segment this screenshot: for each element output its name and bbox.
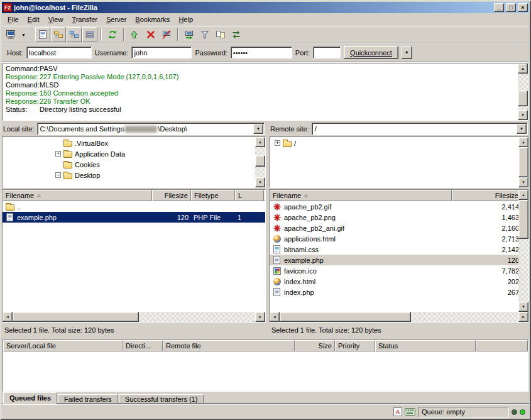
toggle-message-log-button[interactable] xyxy=(35,27,50,42)
scroll-track[interactable] xyxy=(13,312,255,322)
maximize-button[interactable]: □ xyxy=(506,3,516,12)
directory-comparison-button[interactable] xyxy=(213,27,228,42)
log-scrollbar[interactable]: ▲▼ xyxy=(518,64,528,120)
scroll-right-button[interactable]: ► xyxy=(255,312,265,322)
scroll-down-button[interactable]: ▼ xyxy=(518,302,528,312)
column-header-directi[interactable]: Directi... xyxy=(123,340,163,351)
scroll-up-button[interactable]: ▲ xyxy=(255,137,265,147)
tree-item-virtualbox[interactable]: +.VirtualBox xyxy=(3,138,255,148)
password-input[interactable] xyxy=(231,47,292,58)
scroll-thumb[interactable] xyxy=(518,91,528,107)
reconnect-button[interactable] xyxy=(182,27,197,42)
file-name: apache_pb2.gif xyxy=(284,203,331,211)
tab-successful-transfers-1[interactable]: Successful transfers (1) xyxy=(119,394,204,404)
tree-item-item[interactable]: +/ xyxy=(270,138,518,148)
tree-item-application-data[interactable]: +Application Data xyxy=(3,148,255,159)
scroll-left-button[interactable]: ◄ xyxy=(270,312,280,322)
column-header-remote-file[interactable]: Remote file xyxy=(163,340,295,351)
file-row-index-html[interactable]: index.html202 xyxy=(270,276,528,287)
column-header-priority[interactable]: Priority xyxy=(335,340,375,351)
scroll-track[interactable] xyxy=(255,147,265,177)
local-tree-scrollbar[interactable]: ▲▼ xyxy=(255,137,265,187)
scroll-thumb[interactable] xyxy=(255,155,265,166)
expand-icon[interactable]: + xyxy=(55,151,61,157)
local-list-hscrollbar[interactable]: ◄► xyxy=(3,312,265,322)
toggle-local-tree-button[interactable] xyxy=(51,27,66,42)
column-header-filename[interactable]: Filename xyxy=(270,190,452,201)
collapse-icon[interactable]: − xyxy=(55,172,61,178)
scroll-up-button[interactable]: ▲ xyxy=(518,190,528,200)
host-input[interactable] xyxy=(26,47,92,58)
file-row-apache-pb2-png[interactable]: apache_pb2.png1,463 xyxy=(270,212,528,223)
column-header-status[interactable]: Status xyxy=(375,340,476,351)
remote-site-dropdown-icon[interactable]: ▼ xyxy=(517,124,527,134)
menu-transfer[interactable]: Transfer xyxy=(67,14,102,25)
scroll-track[interactable] xyxy=(518,74,528,110)
scroll-down-button[interactable]: ▼ xyxy=(518,110,528,120)
file-row-applications-html[interactable]: applications.html2,713 xyxy=(270,233,528,244)
scroll-up-button[interactable]: ▲ xyxy=(518,64,528,74)
toggle-remote-tree-button[interactable] xyxy=(67,27,82,42)
menu-help[interactable]: Help xyxy=(174,14,197,25)
menu-server[interactable]: Server xyxy=(102,14,131,25)
file-row-apache-pb2-ani-gif[interactable]: apache_pb2_ani.gif2,160 xyxy=(270,223,528,233)
column-header-size[interactable]: Size xyxy=(295,340,335,351)
scroll-left-button[interactable]: ◄ xyxy=(3,312,13,322)
menu-view[interactable]: View xyxy=(44,14,68,25)
site-manager-button[interactable] xyxy=(4,27,19,42)
scroll-down-button[interactable]: ▼ xyxy=(518,177,528,187)
column-header-server-local-file[interactable]: Server/Local file xyxy=(3,340,123,351)
column-header-filesize[interactable]: Filesize xyxy=(452,190,522,201)
remote-tree-scrollbar[interactable]: ▲▼ xyxy=(518,137,528,187)
site-manager-dropdown-button[interactable]: ▼ xyxy=(19,27,28,42)
cancel-operation-button[interactable] xyxy=(143,27,158,42)
tree-item-cookies[interactable]: +Cookies xyxy=(3,159,255,170)
scroll-track[interactable] xyxy=(280,312,518,322)
local-site-combobox[interactable]: C:\Documents and Settings\Desktop\ ▼ xyxy=(37,123,265,135)
file-row-favicon-ico[interactable]: favicon.ico7,782 xyxy=(270,265,528,276)
scroll-thumb[interactable] xyxy=(13,312,139,322)
column-header-filename[interactable]: Filename xyxy=(3,190,152,201)
scroll-track[interactable] xyxy=(518,200,528,302)
expand-icon[interactable]: + xyxy=(275,140,280,146)
file-row-bitnami-css[interactable]: bitnami.css2,142 xyxy=(270,244,528,255)
toggle-transfer-queue-button[interactable] xyxy=(82,27,97,42)
minimize-button[interactable]: _ xyxy=(494,3,504,12)
menu-file[interactable]: File xyxy=(3,14,23,25)
column-header-filetype[interactable]: Filetype xyxy=(191,190,235,201)
remote-list-scrollbar[interactable]: ▲▼ xyxy=(518,190,528,312)
quickconnect-dropdown-button[interactable]: ▼ xyxy=(402,46,412,59)
remote-list-hscrollbar[interactable]: ◄► xyxy=(270,312,528,322)
scroll-down-button[interactable]: ▼ xyxy=(255,177,265,187)
scroll-thumb[interactable] xyxy=(518,147,528,177)
process-queue-button[interactable] xyxy=(128,27,143,42)
menu-edit[interactable]: Edit xyxy=(23,14,44,25)
remote-site-combobox[interactable]: / ▼ xyxy=(312,123,528,135)
column-header-l[interactable]: L xyxy=(235,190,264,201)
file-row-example-php[interactable]: example.php120 xyxy=(270,255,528,265)
column-header-filesize[interactable]: Filesize xyxy=(152,190,191,201)
scroll-up-button[interactable]: ▲ xyxy=(518,137,528,147)
menu-bookmarks[interactable]: Bookmarks xyxy=(131,14,174,25)
title-bar[interactable]: Fz john@localhost - FileZilla _ □ × xyxy=(2,2,529,13)
file-row-apache-pb2-gif[interactable]: apache_pb2.gif2,414 xyxy=(270,201,528,212)
scroll-track[interactable] xyxy=(518,147,528,177)
tree-item-desktop[interactable]: −Desktop xyxy=(3,170,255,180)
file-row-example-php[interactable]: example.php120PHP File1 xyxy=(3,212,265,223)
scroll-right-button[interactable]: ► xyxy=(518,312,528,322)
synchronized-browsing-button[interactable] xyxy=(229,27,244,42)
local-site-dropdown-icon[interactable]: ▼ xyxy=(253,124,263,134)
filename-filters-button[interactable] xyxy=(197,27,212,42)
scroll-thumb[interactable] xyxy=(518,200,528,239)
file-row-index-php[interactable]: index.php267 xyxy=(270,287,528,297)
tab-failed-transfers[interactable]: Failed transfers xyxy=(58,394,118,404)
username-input[interactable] xyxy=(131,47,192,58)
scroll-thumb[interactable] xyxy=(280,312,411,322)
disconnect-button[interactable] xyxy=(159,27,174,42)
close-button[interactable]: × xyxy=(518,3,528,12)
tab-queued-files[interactable]: Queued files xyxy=(3,392,57,404)
quickconnect-button[interactable]: Quickconnect xyxy=(344,46,398,59)
file-row-item[interactable]: .. xyxy=(3,201,265,212)
port-input[interactable] xyxy=(313,47,341,58)
refresh-button[interactable] xyxy=(105,27,120,42)
